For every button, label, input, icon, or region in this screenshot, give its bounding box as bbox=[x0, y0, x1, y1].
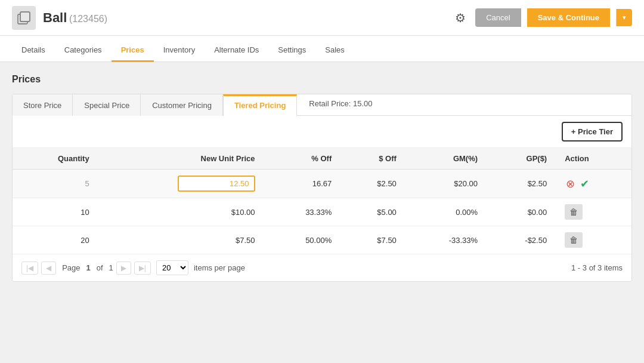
row1-gp-dollar: $2.50 bbox=[487, 170, 556, 198]
row1-cancel-button[interactable]: ⊗ bbox=[565, 176, 576, 192]
col-dollar-off: $ Off bbox=[340, 148, 405, 170]
product-id: (123456) bbox=[69, 14, 107, 24]
table-row: 20 $7.50 50.00% $7.50 -33.33% -$2.50 🗑 bbox=[13, 226, 631, 254]
per-page-label: items per page bbox=[194, 263, 245, 272]
total-pages: 1 bbox=[109, 263, 113, 272]
product-title: Ball (123456) bbox=[43, 10, 107, 26]
tab-settings[interactable]: Settings bbox=[268, 39, 315, 62]
toolbar: + Price Tier bbox=[13, 116, 631, 148]
header-right: ⚙ Cancel Save & Continue ▾ bbox=[451, 7, 632, 29]
row3-quantity: 20 bbox=[13, 226, 98, 254]
row1-quantity: 5 bbox=[13, 170, 98, 198]
of-label: of bbox=[97, 263, 103, 272]
add-price-tier-button[interactable]: + Price Tier bbox=[562, 122, 623, 141]
col-gp-dollar: GP($) bbox=[487, 148, 556, 170]
row2-dollar-off: $5.00 bbox=[340, 198, 405, 226]
row2-price: $10.00 bbox=[98, 198, 264, 226]
main-content: Prices Store Price Special Price Custome… bbox=[0, 62, 644, 294]
table-row: 10 $10.00 33.33% $5.00 0.00% $0.00 🗑 bbox=[13, 198, 631, 226]
row2-gm-pct: 0.00% bbox=[405, 198, 487, 226]
row3-action: 🗑 bbox=[556, 226, 631, 254]
row2-quantity: 10 bbox=[13, 198, 98, 226]
pricing-table: Quantity New Unit Price % Off $ Off GM(%… bbox=[13, 148, 631, 254]
sub-tabs: Store Price Special Price Customer Prici… bbox=[13, 94, 631, 116]
row3-pct-off: 50.00% bbox=[264, 226, 341, 254]
row1-confirm-button[interactable]: ✔ bbox=[579, 176, 590, 192]
row2-action: 🗑 bbox=[556, 198, 631, 226]
nav-tabs: Details Categories Prices Inventory Alte… bbox=[0, 36, 644, 62]
tab-alternate-ids[interactable]: Alternate IDs bbox=[205, 39, 268, 62]
row1-action-cell: ⊗ ✔ bbox=[565, 176, 623, 192]
settings-gear-button[interactable]: ⚙ bbox=[451, 7, 469, 29]
section-title: Prices bbox=[12, 74, 632, 85]
save-continue-button[interactable]: Save & Continue bbox=[527, 8, 610, 27]
next-page-button[interactable]: ▶ bbox=[116, 262, 131, 275]
pagination-left: |◀ ◀ Page 1 of 1 ▶ ▶| 20 50 100 items pe… bbox=[21, 260, 245, 275]
col-action: Action bbox=[556, 148, 631, 170]
product-icon bbox=[12, 6, 36, 30]
items-summary: 1 - 3 of 3 items bbox=[571, 263, 623, 272]
row2-gp-dollar: $0.00 bbox=[487, 198, 556, 226]
prices-card: Store Price Special Price Customer Prici… bbox=[12, 94, 632, 282]
row1-gm-pct: $20.00 bbox=[405, 170, 487, 198]
retail-price-label: Retail Price: 15.00 bbox=[309, 99, 372, 110]
table-row: 5 16.67 $2.50 $20.00 $2.50 ⊗ ✔ bbox=[13, 170, 631, 198]
first-page-button[interactable]: |◀ bbox=[21, 262, 38, 275]
row3-delete-button[interactable]: 🗑 bbox=[565, 232, 583, 248]
row1-pct-off: 16.67 bbox=[264, 170, 341, 198]
row3-gm-pct: -33.33% bbox=[405, 226, 487, 254]
tab-categories[interactable]: Categories bbox=[55, 39, 112, 62]
prev-page-button[interactable]: ◀ bbox=[41, 262, 56, 275]
row3-dollar-off: $7.50 bbox=[340, 226, 405, 254]
tab-inventory[interactable]: Inventory bbox=[154, 39, 205, 62]
product-name: Ball bbox=[43, 10, 67, 25]
tab-details[interactable]: Details bbox=[12, 39, 55, 62]
pagination: |◀ ◀ Page 1 of 1 ▶ ▶| 20 50 100 items pe… bbox=[13, 254, 631, 281]
tab-prices[interactable]: Prices bbox=[112, 39, 154, 62]
col-quantity: Quantity bbox=[13, 148, 98, 170]
save-dropdown-button[interactable]: ▾ bbox=[616, 9, 632, 26]
row3-gp-dollar: -$2.50 bbox=[487, 226, 556, 254]
row1-price-input[interactable] bbox=[178, 176, 255, 192]
sub-tab-tiered-pricing[interactable]: Tiered Pricing bbox=[223, 94, 297, 116]
sub-tab-customer-pricing[interactable]: Customer Pricing bbox=[141, 94, 223, 116]
last-page-button[interactable]: ▶| bbox=[134, 262, 151, 275]
page-number: 1 bbox=[86, 263, 91, 272]
row1-dollar-off: $2.50 bbox=[340, 170, 405, 198]
col-gm-pct: GM(%) bbox=[405, 148, 487, 170]
row2-pct-off: 33.33% bbox=[264, 198, 341, 226]
row3-price: $7.50 bbox=[98, 226, 264, 254]
col-pct-off: % Off bbox=[264, 148, 341, 170]
header-left: Ball (123456) bbox=[12, 6, 107, 30]
sub-tab-store-price[interactable]: Store Price bbox=[13, 94, 73, 116]
cancel-button[interactable]: Cancel bbox=[475, 8, 521, 27]
row1-action: ⊗ ✔ bbox=[556, 170, 631, 198]
row2-delete-button[interactable]: 🗑 bbox=[565, 204, 583, 220]
row1-price-cell bbox=[98, 170, 264, 198]
table-header-row: Quantity New Unit Price % Off $ Off GM(%… bbox=[13, 148, 631, 170]
sub-tab-special-price[interactable]: Special Price bbox=[73, 94, 141, 116]
col-new-unit-price: New Unit Price bbox=[98, 148, 264, 170]
per-page-select[interactable]: 20 50 100 bbox=[156, 260, 188, 275]
tab-sales[interactable]: Sales bbox=[315, 39, 354, 62]
header: Ball (123456) ⚙ Cancel Save & Continue ▾ bbox=[0, 0, 644, 36]
page-label: Page bbox=[62, 263, 80, 272]
svg-rect-1 bbox=[20, 12, 30, 21]
